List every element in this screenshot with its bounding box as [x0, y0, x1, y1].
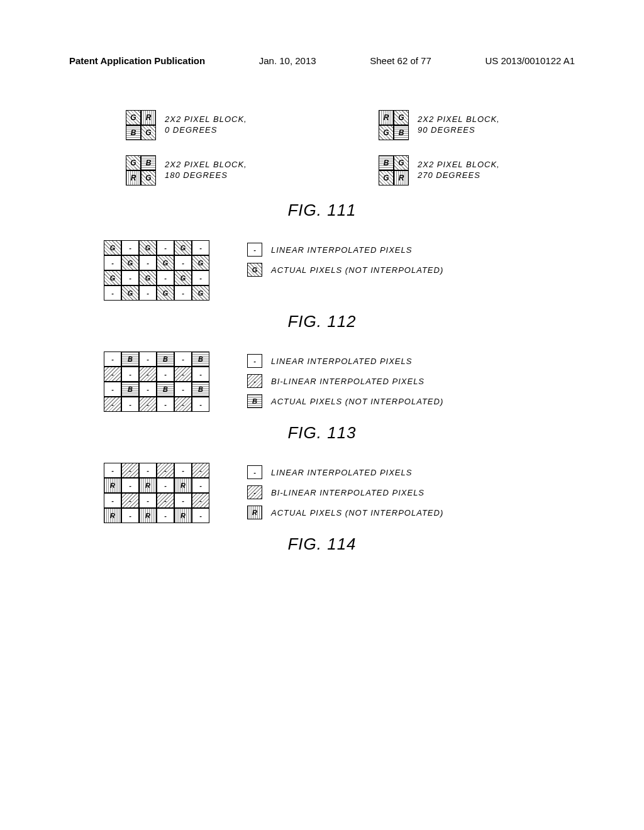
- fig-112: G-G-G--G-G-GG-G-G--G-G-G -LINEAR INTERPO…: [69, 240, 575, 331]
- grid-cell: -: [157, 478, 174, 493]
- grid-cell: G: [174, 240, 192, 255]
- grid-cell: -: [121, 478, 139, 493]
- grid-cell: G: [104, 240, 121, 255]
- fig112-caption: FIG. 112: [69, 312, 575, 331]
- legend-row: BACTUAL PIXELS (NOT INTERPOLATED): [247, 394, 443, 408]
- grid-cell: R: [174, 508, 192, 523]
- grid-cell: -: [174, 285, 192, 301]
- grid-cell: G: [174, 270, 192, 285]
- grid-cell: B: [121, 382, 139, 397]
- pixel-cell: B: [126, 125, 141, 140]
- grid-cell: R: [104, 478, 121, 493]
- grid-cell: B: [121, 351, 139, 367]
- fig113-legend: -LINEAR INTERPOLATED PIXELS-BI-LINEAR IN…: [247, 351, 443, 408]
- fig114-legend: -LINEAR INTERPOLATED PIXELS-BI-LINEAR IN…: [247, 463, 443, 519]
- label-line: 180 DEGREES: [165, 170, 247, 181]
- grid-cell: -: [192, 493, 209, 508]
- fig113-body: -B-B-B-------B-B-B------ -LINEAR INTERPO…: [69, 351, 575, 412]
- grid-cell: G: [192, 255, 209, 270]
- grid-cell: -: [192, 240, 209, 255]
- legend-row: GACTUAL PIXELS (NOT INTERPOLATED): [247, 263, 443, 277]
- label-line: 2X2 PIXEL BLOCK,: [165, 160, 247, 170]
- fig-113: -B-B-B-------B-B-B------ -LINEAR INTERPO…: [69, 351, 575, 443]
- label-line: 2X2 PIXEL BLOCK,: [418, 114, 500, 125]
- grid-cell: -: [139, 382, 157, 397]
- pixel-cell: G: [379, 125, 394, 140]
- grid-cell: -: [104, 493, 121, 508]
- pixel-cell: G: [394, 110, 409, 125]
- fig112-grid: G-G-G--G-G-GG-G-G--G-G-G: [104, 240, 209, 301]
- legend-swatch: -: [247, 374, 262, 388]
- pixel-cell: G: [126, 110, 141, 125]
- grid-cell: -: [157, 493, 174, 508]
- pixel-cell: B: [141, 155, 156, 170]
- fig112-legend: -LINEAR INTERPOLATED PIXELSGACTUAL PIXEL…: [247, 240, 443, 277]
- fig114-body: ------R-R-R-------R-R-R- -LINEAR INTERPO…: [69, 463, 575, 523]
- grid-cell: G: [104, 270, 121, 285]
- label-line: 2X2 PIXEL BLOCK,: [165, 114, 247, 125]
- pixel-cell: G: [394, 155, 409, 170]
- grid-cell: -: [121, 240, 139, 255]
- label-line: 90 DEGREES: [418, 125, 500, 136]
- grid-cell: -: [157, 397, 174, 412]
- grid-cell: -: [174, 493, 192, 508]
- fig112-body: G-G-G--G-G-GG-G-G--G-G-G -LINEAR INTERPO…: [69, 240, 575, 301]
- grid-cell: -: [174, 463, 192, 478]
- pixel-cell: B: [379, 155, 394, 170]
- header-title: Patent Application Publication: [69, 55, 205, 66]
- grid-cell: -: [104, 463, 121, 478]
- grid-cell: G: [157, 255, 174, 270]
- grid-cell: R: [104, 508, 121, 523]
- grid-cell: -: [139, 397, 157, 412]
- fig-114: ------R-R-R-------R-R-R- -LINEAR INTERPO…: [69, 463, 575, 554]
- header-pubnum: US 2013/0010122 A1: [485, 55, 575, 66]
- label-line: 2X2 PIXEL BLOCK,: [418, 160, 500, 170]
- pixel-cell: G: [141, 170, 156, 185]
- legend-swatch: -: [247, 465, 262, 479]
- grid-cell: G: [121, 255, 139, 270]
- block-90deg: RGGB 2X2 PIXEL BLOCK, 90 DEGREES: [379, 110, 575, 140]
- grid-cell: G: [139, 270, 157, 285]
- header-date: Jan. 10, 2013: [259, 55, 316, 66]
- grid-cell: -: [192, 367, 209, 382]
- grid-cell: -: [174, 397, 192, 412]
- grid-cell: -: [157, 240, 174, 255]
- grid-cell: -: [174, 382, 192, 397]
- grid-cell: -: [157, 270, 174, 285]
- legend-row: -LINEAR INTERPOLATED PIXELS: [247, 243, 443, 257]
- page-content: GRBG 2X2 PIXEL BLOCK, 0 DEGREES RGGB 2X2…: [0, 66, 644, 554]
- block-180deg: GBRG 2X2 PIXEL BLOCK, 180 DEGREES: [126, 155, 322, 185]
- legend-swatch: -: [247, 485, 262, 499]
- grid-cell: -: [139, 463, 157, 478]
- grid-cell: -: [104, 351, 121, 367]
- pixel-block-270: BGGR: [379, 155, 409, 185]
- fig113-caption: FIG. 113: [69, 423, 575, 443]
- pixel-block-0: GRBG: [126, 110, 156, 140]
- block-label-270: 2X2 PIXEL BLOCK, 270 DEGREES: [418, 160, 500, 181]
- legend-text: ACTUAL PIXELS (NOT INTERPOLATED): [271, 397, 443, 406]
- grid-cell: -: [121, 493, 139, 508]
- grid-cell: -: [192, 508, 209, 523]
- legend-text: LINEAR INTERPOLATED PIXELS: [271, 245, 412, 255]
- grid-cell: G: [139, 240, 157, 255]
- legend-swatch: B: [247, 394, 262, 408]
- grid-cell: B: [157, 351, 174, 367]
- grid-cell: -: [174, 367, 192, 382]
- pixel-cell: G: [379, 170, 394, 185]
- legend-swatch: -: [247, 243, 262, 257]
- legend-swatch: -: [247, 354, 262, 368]
- grid-cell: -: [192, 463, 209, 478]
- legend-swatch: G: [247, 263, 262, 277]
- block-0deg: GRBG 2X2 PIXEL BLOCK, 0 DEGREES: [126, 110, 322, 140]
- page-header: Patent Application Publication Jan. 10, …: [0, 0, 644, 66]
- block-label-90: 2X2 PIXEL BLOCK, 90 DEGREES: [418, 114, 500, 136]
- pixel-cell: R: [394, 170, 409, 185]
- grid-cell: -: [139, 351, 157, 367]
- pixel-cell: R: [379, 110, 394, 125]
- fig114-caption: FIG. 114: [69, 534, 575, 554]
- pixel-cell: B: [394, 125, 409, 140]
- grid-cell: -: [104, 367, 121, 382]
- label-line: 270 DEGREES: [418, 170, 500, 181]
- fig111-row-top: GRBG 2X2 PIXEL BLOCK, 0 DEGREES RGGB 2X2…: [69, 110, 575, 140]
- grid-cell: -: [192, 478, 209, 493]
